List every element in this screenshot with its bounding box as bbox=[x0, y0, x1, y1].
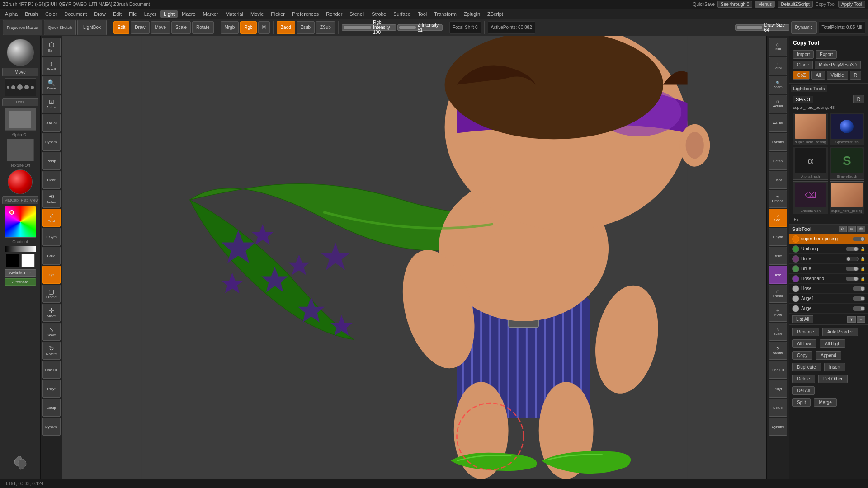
scale-btn[interactable]: Scale bbox=[171, 21, 191, 34]
switch-color-btn[interactable]: SwitchColor bbox=[5, 269, 36, 277]
subtool-item-brille[interactable]: Brille 🔒 bbox=[789, 254, 868, 264]
scroll-right-btn[interactable]: ↕Scroll bbox=[769, 57, 787, 75]
delete-btn[interactable]: Delete bbox=[792, 375, 815, 383]
setup-right-btn[interactable]: Setup bbox=[769, 399, 787, 417]
subtool-item-auge[interactable]: Auge bbox=[789, 304, 868, 314]
frame-right-btn[interactable]: ▢Frame bbox=[769, 285, 787, 303]
color-picker[interactable] bbox=[5, 206, 36, 238]
subtool-header-btn[interactable]: ⚙ bbox=[839, 226, 847, 232]
linefill-right-btn[interactable]: Line Fill bbox=[769, 361, 787, 379]
see-through-btn[interactable]: See-through 0 bbox=[717, 1, 752, 8]
gradient-bar[interactable] bbox=[5, 246, 36, 252]
aahal-tool[interactable]: AAHal bbox=[42, 114, 61, 132]
lightbox-r-btn[interactable]: R bbox=[853, 95, 864, 103]
brush-item-alpha[interactable]: α AlphaBrush bbox=[793, 147, 828, 180]
del-other-btn[interactable]: Del Other bbox=[818, 375, 848, 383]
brill-tool[interactable]: ⬡ Brill bbox=[42, 38, 61, 56]
list-icon-btn1[interactable]: ▼ bbox=[847, 316, 856, 323]
menu-light[interactable]: Light bbox=[160, 10, 178, 18]
menu-layer[interactable]: Layer bbox=[141, 10, 160, 18]
z-intensity-slider[interactable]: Z Intensity 51 bbox=[397, 24, 443, 31]
brush-item-simple[interactable]: S SimpleBrush bbox=[830, 147, 865, 180]
persp-right-btn[interactable]: Persp bbox=[769, 152, 787, 170]
del-all-btn[interactable]: Del All bbox=[792, 386, 815, 395]
subtool-toggle-auge1[interactable] bbox=[853, 296, 865, 301]
menu-movie[interactable]: Movie bbox=[247, 10, 267, 18]
clone-btn[interactable]: Clone bbox=[793, 61, 813, 69]
make-polymesh-btn[interactable]: Make PolyMesh3D bbox=[815, 61, 861, 69]
menu-render[interactable]: Render bbox=[323, 10, 345, 18]
zoom-right-btn[interactable]: 🔍Zoom bbox=[769, 76, 787, 94]
menu-file[interactable]: File bbox=[126, 10, 140, 18]
menu-zscript[interactable]: ZScript bbox=[484, 10, 506, 18]
scal-right-btn[interactable]: ⤢Scal bbox=[769, 209, 787, 227]
subtool-item-main[interactable]: super-hero-posing bbox=[789, 234, 868, 244]
brille-right2-btn[interactable]: Brille bbox=[769, 247, 787, 265]
material-preview[interactable] bbox=[8, 169, 33, 194]
menu-alpha[interactable]: Alpha bbox=[2, 10, 21, 18]
rotate-tool[interactable]: ↻ Rotate bbox=[42, 342, 61, 360]
polyf-tool[interactable]: Polyf bbox=[42, 380, 61, 398]
menu-material[interactable]: Material bbox=[222, 10, 246, 18]
import-btn[interactable]: Import bbox=[793, 50, 814, 59]
mrgb-btn[interactable]: Mrgb bbox=[221, 21, 239, 34]
menu-brush[interactable]: Brush bbox=[22, 10, 41, 18]
white-swatch[interactable] bbox=[21, 254, 35, 267]
dynamic-btn[interactable]: Dynamic bbox=[791, 21, 817, 34]
default-zscript-btn[interactable]: DefaultZScript bbox=[778, 1, 812, 8]
merge-btn[interactable]: Merge bbox=[814, 398, 836, 407]
copy-btn[interactable]: Copy bbox=[792, 351, 812, 360]
all-high-btn[interactable]: All High bbox=[820, 339, 845, 348]
dynami-tool[interactable]: Dynami bbox=[42, 133, 61, 151]
rotate-right-btn[interactable]: ↻Rotate bbox=[769, 342, 787, 360]
projection-master-btn[interactable]: Projection Master bbox=[3, 20, 42, 35]
subtool-toggle-hose[interactable] bbox=[853, 286, 865, 291]
menu-surface[interactable]: Surface bbox=[390, 10, 414, 18]
scal-tool[interactable]: ⤢ Scal bbox=[42, 209, 61, 227]
rgb-btn[interactable]: Rgb bbox=[240, 21, 256, 34]
move-tool[interactable]: ✛ Move bbox=[42, 304, 61, 322]
scroll-tool[interactable]: ↕ Scroll bbox=[42, 57, 61, 75]
aahal-right-btn[interactable]: AAHal bbox=[769, 114, 787, 132]
split-btn[interactable]: Split bbox=[792, 398, 811, 407]
setup-tool[interactable]: Setup bbox=[42, 399, 61, 417]
subtool-toggle-brille2[interactable] bbox=[846, 267, 859, 271]
append-btn[interactable]: Append bbox=[816, 351, 841, 360]
brush-item-2[interactable]: super_hero_posing bbox=[830, 181, 865, 214]
focal-shift-info[interactable]: Focal Shift 0 bbox=[449, 21, 481, 34]
lsym-right-btn[interactable]: L.Sym bbox=[769, 228, 787, 246]
subtool-toggle-auge[interactable] bbox=[853, 306, 865, 311]
brill-right-btn[interactable]: ⬡Brill bbox=[769, 38, 787, 56]
menus-btn[interactable]: Menus bbox=[755, 1, 775, 8]
xyz-tool[interactable]: Xyz bbox=[42, 266, 61, 284]
zsub-btn[interactable]: Zsub bbox=[297, 21, 315, 34]
subtool-item-umhang[interactable]: Umhang 🔒 bbox=[789, 244, 868, 254]
subtool-item-hosenband[interactable]: Hosenband 🔒 bbox=[789, 274, 868, 284]
rename-btn[interactable]: Rename bbox=[792, 328, 819, 336]
subtool-toggle-umhang[interactable] bbox=[846, 247, 859, 251]
quicksave-label[interactable]: QuickSave bbox=[693, 2, 715, 7]
draw-size-slider[interactable]: Draw Size 64 bbox=[735, 24, 789, 31]
actual-tool[interactable]: ⊡ Actual bbox=[42, 95, 61, 113]
floor-right-btn[interactable]: Floor bbox=[769, 171, 787, 189]
main-canvas[interactable]: ✿ bbox=[62, 36, 766, 479]
autoreorder-btn[interactable]: AutoReorder bbox=[822, 328, 858, 336]
insert-btn[interactable]: Insert bbox=[824, 363, 845, 371]
rgb-intensity-slider[interactable]: Rgb Intensity 100 bbox=[342, 24, 396, 31]
duplicate-btn[interactable]: Duplicate bbox=[792, 363, 821, 371]
subtool-toggle-brille[interactable] bbox=[846, 257, 859, 261]
all-btn[interactable]: All bbox=[811, 71, 825, 80]
menu-stroke[interactable]: Stroke bbox=[368, 10, 389, 18]
quick-sketch-btn[interactable]: Quick Sketch bbox=[44, 20, 76, 35]
menu-document[interactable]: Document bbox=[61, 10, 90, 18]
brush-preview[interactable] bbox=[7, 39, 34, 66]
m-btn[interactable]: M bbox=[258, 21, 270, 34]
lightbox-btn[interactable]: LightBox bbox=[77, 20, 107, 35]
move-btn[interactable]: Move bbox=[151, 21, 170, 34]
r-btn[interactable]: R bbox=[850, 71, 861, 80]
alpha-preview[interactable] bbox=[5, 108, 36, 131]
export-btn[interactable]: Export bbox=[816, 50, 837, 59]
umhan-right-btn[interactable]: ⟲Umhan bbox=[769, 190, 787, 208]
texture-preview[interactable] bbox=[7, 139, 34, 161]
persp-tool[interactable]: Persp bbox=[42, 152, 61, 170]
